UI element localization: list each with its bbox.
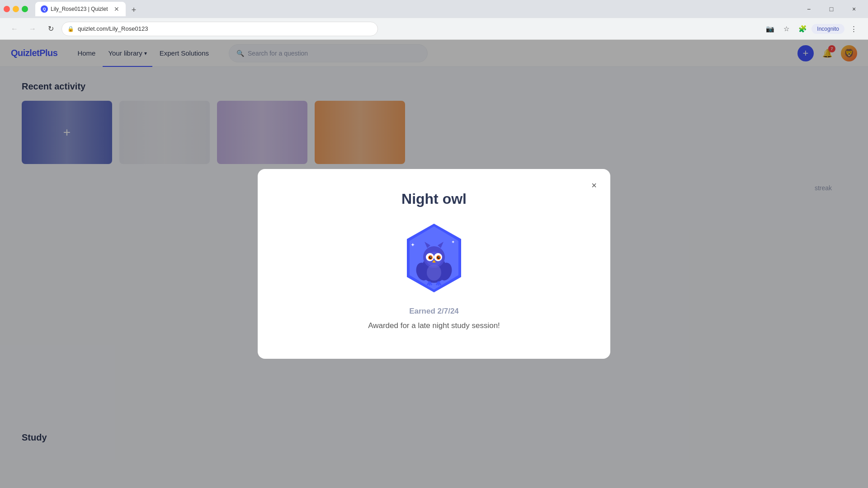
browser-addressbar: ← → ↻ 🔒 quizlet.com/Lily_Rose0123 📷 ☆ 🧩 … (0, 18, 868, 40)
tab-title: Lily_Rose0123 | Quizlet (51, 6, 110, 12)
forward-button[interactable]: → (25, 22, 40, 36)
win-maximize-btn[interactable]: □ (821, 2, 842, 16)
window-max-btn[interactable] (22, 6, 28, 12)
tab-favicon: Q (41, 5, 48, 13)
lock-icon: 🔒 (67, 26, 74, 32)
svg-point-16 (429, 256, 432, 259)
window-controls (4, 6, 28, 12)
browser-extras: 📷 ☆ 🧩 Incognito ⋮ (763, 22, 861, 36)
svg-point-18 (430, 257, 431, 258)
modal-title: Night owl (401, 191, 467, 207)
owl-badge: ✦ ✦ ✦ (402, 222, 466, 294)
modal-backdrop: × Night owl ✦ ✦ ✦ (0, 40, 868, 488)
address-bar[interactable]: 🔒 quizlet.com/Lily_Rose0123 (61, 22, 378, 36)
modal-earned-date: Earned 2/7/24 (409, 307, 459, 316)
win-close-btn[interactable]: × (844, 2, 864, 16)
tab-close-icon[interactable]: ✕ (113, 5, 120, 14)
window-min-btn[interactable] (13, 6, 19, 12)
os-window-controls: − □ × (798, 2, 864, 16)
win-minimize-btn[interactable]: − (798, 2, 819, 16)
active-tab[interactable]: Q Lily_Rose0123 | Quizlet ✕ (35, 2, 126, 16)
new-tab-button[interactable]: + (127, 4, 140, 16)
modal-description: Awarded for a late night study session! (368, 321, 500, 330)
svg-text:✦: ✦ (410, 242, 415, 248)
window-close-btn[interactable] (4, 6, 10, 12)
svg-point-19 (439, 257, 439, 258)
achievement-modal: × Night owl ✦ ✦ ✦ (258, 169, 610, 359)
bookmark-icon[interactable]: ☆ (779, 22, 793, 36)
app-body: QuizletPlus Home Your library ▾ Expert S… (0, 40, 868, 488)
browser-frame: Q Lily_Rose0123 | Quizlet ✕ + − □ × ← → … (0, 0, 868, 488)
incognito-label[interactable]: Incognito (811, 24, 844, 34)
browser-tabs: Q Lily_Rose0123 | Quizlet ✕ + (35, 2, 140, 16)
browser-titlebar: Q Lily_Rose0123 | Quizlet ✕ + − □ × (0, 0, 868, 18)
modal-close-button[interactable]: × (587, 178, 601, 192)
refresh-button[interactable]: ↻ (43, 22, 58, 36)
menu-icon[interactable]: ⋮ (846, 22, 861, 36)
svg-text:✦: ✦ (451, 239, 455, 244)
camera-icon[interactable]: 📷 (763, 22, 777, 36)
back-button[interactable]: ← (7, 22, 22, 36)
svg-point-21 (427, 264, 441, 281)
svg-point-17 (437, 256, 440, 259)
address-text: quizlet.com/Lily_Rose0123 (78, 25, 148, 32)
extensions-icon[interactable]: 🧩 (795, 22, 810, 36)
